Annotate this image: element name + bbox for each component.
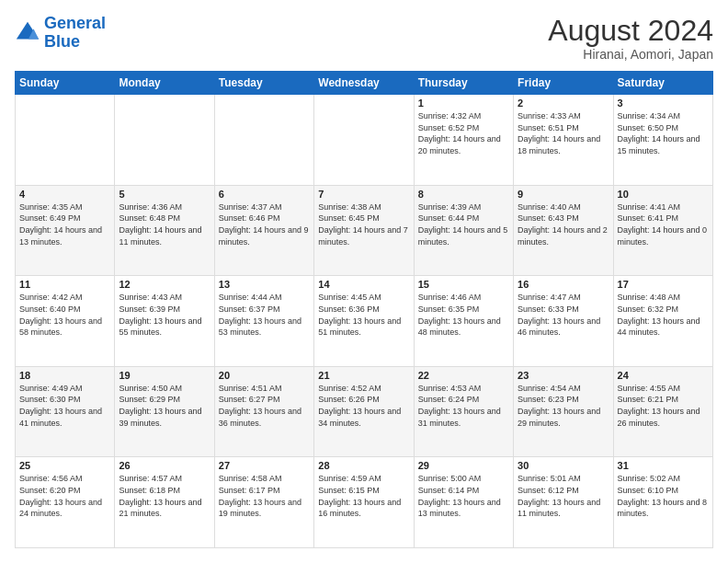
day-info: Sunrise: 4:32 AM Sunset: 6:52 PM Dayligh… [418,110,509,156]
header: General Blue August 2024 Hiranai, Aomori… [15,15,713,62]
day-number: 8 [418,189,509,200]
day-number: 13 [219,279,310,290]
calendar-cell: 20Sunrise: 4:51 AM Sunset: 6:27 PM Dayli… [214,366,313,457]
day-header-friday: Friday [514,72,613,95]
day-info: Sunrise: 4:49 AM Sunset: 6:30 PM Dayligh… [19,383,110,429]
logo-icon [15,20,40,46]
day-info: Sunrise: 5:00 AM Sunset: 6:14 PM Dayligh… [418,473,509,519]
day-info: Sunrise: 4:36 AM Sunset: 6:48 PM Dayligh… [119,201,210,247]
calendar-cell: 31Sunrise: 5:02 AM Sunset: 6:10 PM Dayli… [613,457,712,548]
day-info: Sunrise: 4:43 AM Sunset: 6:39 PM Dayligh… [119,292,210,338]
day-header-saturday: Saturday [613,72,712,95]
day-number: 7 [318,189,409,200]
calendar-cell: 2Sunrise: 4:33 AM Sunset: 6:51 PM Daylig… [514,95,613,186]
day-info: Sunrise: 4:37 AM Sunset: 6:46 PM Dayligh… [219,201,310,247]
calendar-cell: 1Sunrise: 4:32 AM Sunset: 6:52 PM Daylig… [414,95,513,186]
day-number: 28 [318,460,409,471]
day-number: 24 [618,370,709,381]
day-number: 31 [618,460,709,471]
day-info: Sunrise: 4:50 AM Sunset: 6:29 PM Dayligh… [119,383,210,429]
day-number: 19 [119,370,210,381]
day-info: Sunrise: 4:45 AM Sunset: 6:36 PM Dayligh… [318,292,409,338]
logo: General Blue [15,15,106,52]
calendar-cell: 17Sunrise: 4:48 AM Sunset: 6:32 PM Dayli… [613,276,712,367]
day-info: Sunrise: 4:40 AM Sunset: 6:43 PM Dayligh… [518,201,609,247]
calendar-cell: 9Sunrise: 4:40 AM Sunset: 6:43 PM Daylig… [514,185,613,276]
day-number: 9 [518,189,609,200]
calendar-cell: 29Sunrise: 5:00 AM Sunset: 6:14 PM Dayli… [414,457,513,548]
day-number: 21 [318,370,409,381]
main-title: August 2024 [548,15,713,47]
day-info: Sunrise: 4:48 AM Sunset: 6:32 PM Dayligh… [618,292,709,338]
day-number: 20 [219,370,310,381]
day-info: Sunrise: 4:58 AM Sunset: 6:17 PM Dayligh… [219,473,310,519]
day-info: Sunrise: 4:53 AM Sunset: 6:24 PM Dayligh… [418,383,509,429]
day-number: 2 [518,98,609,109]
day-info: Sunrise: 4:52 AM Sunset: 6:26 PM Dayligh… [318,383,409,429]
calendar-cell: 26Sunrise: 4:57 AM Sunset: 6:18 PM Dayli… [115,457,214,548]
day-number: 6 [219,189,310,200]
calendar-cell [214,95,313,186]
calendar-cell: 5Sunrise: 4:36 AM Sunset: 6:48 PM Daylig… [115,185,214,276]
calendar-cell: 14Sunrise: 4:45 AM Sunset: 6:36 PM Dayli… [314,276,414,367]
day-info: Sunrise: 4:56 AM Sunset: 6:20 PM Dayligh… [19,473,110,519]
day-number: 29 [418,460,509,471]
day-number: 26 [119,460,210,471]
calendar-cell: 6Sunrise: 4:37 AM Sunset: 6:46 PM Daylig… [214,185,313,276]
calendar-cell: 11Sunrise: 4:42 AM Sunset: 6:40 PM Dayli… [16,276,115,367]
calendar-cell: 28Sunrise: 4:59 AM Sunset: 6:15 PM Dayli… [314,457,414,548]
day-info: Sunrise: 4:42 AM Sunset: 6:40 PM Dayligh… [19,292,110,338]
day-number: 18 [19,370,110,381]
calendar-week-2: 4Sunrise: 4:35 AM Sunset: 6:49 PM Daylig… [16,185,713,276]
calendar-cell: 8Sunrise: 4:39 AM Sunset: 6:44 PM Daylig… [414,185,513,276]
calendar-cell [115,95,214,186]
calendar-cell: 25Sunrise: 4:56 AM Sunset: 6:20 PM Dayli… [16,457,115,548]
day-info: Sunrise: 4:46 AM Sunset: 6:35 PM Dayligh… [418,292,509,338]
day-info: Sunrise: 4:38 AM Sunset: 6:45 PM Dayligh… [318,201,409,247]
subtitle: Hiranai, Aomori, Japan [548,47,713,62]
calendar-week-4: 18Sunrise: 4:49 AM Sunset: 6:30 PM Dayli… [16,366,713,457]
calendar-cell: 18Sunrise: 4:49 AM Sunset: 6:30 PM Dayli… [16,366,115,457]
day-info: Sunrise: 4:39 AM Sunset: 6:44 PM Dayligh… [418,201,509,247]
day-number: 5 [119,189,210,200]
day-info: Sunrise: 5:02 AM Sunset: 6:10 PM Dayligh… [618,473,709,519]
day-number: 22 [418,370,509,381]
day-header-wednesday: Wednesday [314,72,414,95]
logo-line2: Blue [44,32,80,51]
day-info: Sunrise: 4:47 AM Sunset: 6:33 PM Dayligh… [518,292,609,338]
day-info: Sunrise: 4:33 AM Sunset: 6:51 PM Dayligh… [518,110,609,156]
day-number: 14 [318,279,409,290]
calendar-cell: 30Sunrise: 5:01 AM Sunset: 6:12 PM Dayli… [514,457,613,548]
day-header-thursday: Thursday [414,72,513,95]
day-info: Sunrise: 4:59 AM Sunset: 6:15 PM Dayligh… [318,473,409,519]
logo-text: General Blue [44,15,106,52]
calendar-table: SundayMondayTuesdayWednesdayThursdayFrid… [15,71,713,548]
day-number: 16 [518,279,609,290]
day-number: 30 [518,460,609,471]
calendar-cell: 27Sunrise: 4:58 AM Sunset: 6:17 PM Dayli… [214,457,313,548]
day-number: 11 [19,279,110,290]
day-info: Sunrise: 4:51 AM Sunset: 6:27 PM Dayligh… [219,383,310,429]
title-block: August 2024 Hiranai, Aomori, Japan [548,15,713,62]
day-number: 12 [119,279,210,290]
calendar-week-1: 1Sunrise: 4:32 AM Sunset: 6:52 PM Daylig… [16,95,713,186]
day-header-sunday: Sunday [16,72,115,95]
calendar-cell [16,95,115,186]
day-number: 10 [618,189,709,200]
day-info: Sunrise: 4:44 AM Sunset: 6:37 PM Dayligh… [219,292,310,338]
calendar-cell: 4Sunrise: 4:35 AM Sunset: 6:49 PM Daylig… [16,185,115,276]
logo-line1: General [44,14,106,32]
day-info: Sunrise: 4:35 AM Sunset: 6:49 PM Dayligh… [19,201,110,247]
day-number: 15 [418,279,509,290]
calendar-cell: 21Sunrise: 4:52 AM Sunset: 6:26 PM Dayli… [314,366,414,457]
calendar-cell: 13Sunrise: 4:44 AM Sunset: 6:37 PM Dayli… [214,276,313,367]
day-header-monday: Monday [115,72,214,95]
calendar-cell: 15Sunrise: 4:46 AM Sunset: 6:35 PM Dayli… [414,276,513,367]
calendar-header-row: SundayMondayTuesdayWednesdayThursdayFrid… [16,72,713,95]
day-info: Sunrise: 4:57 AM Sunset: 6:18 PM Dayligh… [119,473,210,519]
day-number: 17 [618,279,709,290]
calendar-cell: 10Sunrise: 4:41 AM Sunset: 6:41 PM Dayli… [613,185,712,276]
day-info: Sunrise: 4:34 AM Sunset: 6:50 PM Dayligh… [618,110,709,156]
day-header-tuesday: Tuesday [214,72,313,95]
day-number: 4 [19,189,110,200]
